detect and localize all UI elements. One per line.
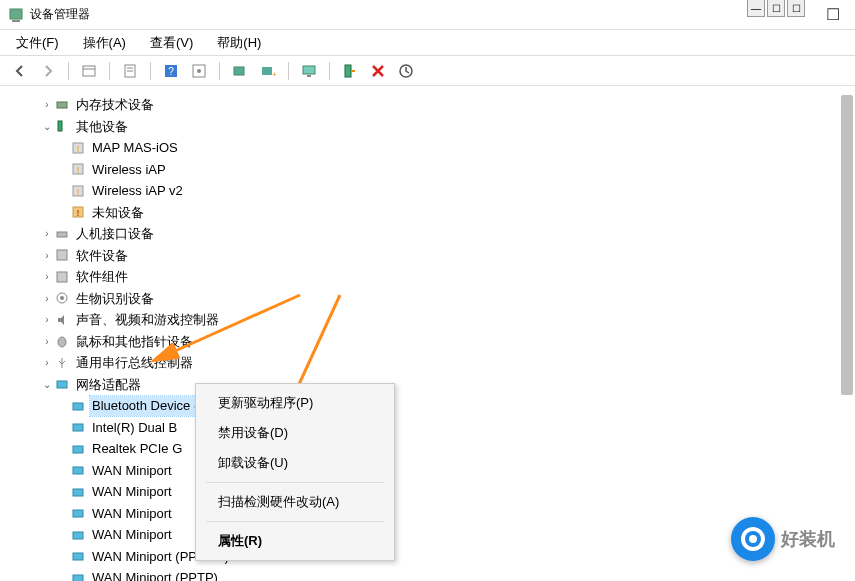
ext-icon-3[interactable]: ☐	[787, 0, 805, 17]
unknown-icon: !	[70, 140, 86, 156]
scan-button[interactable]	[228, 59, 252, 83]
sound-icon	[54, 312, 70, 328]
tree-node-mouse[interactable]: ›鼠标和其他指针设备	[10, 331, 845, 353]
chevron-right-icon[interactable]: ›	[40, 269, 54, 284]
tree-node-wan1[interactable]: WAN Miniport	[10, 460, 845, 482]
scrollbar[interactable]	[841, 95, 853, 395]
back-button[interactable]	[8, 59, 32, 83]
forward-button[interactable]	[36, 59, 60, 83]
svg-text:+: +	[272, 70, 276, 79]
menu-action[interactable]: 操作(A)	[77, 32, 132, 54]
tree-node-wan2[interactable]: WAN Miniport	[10, 481, 845, 503]
software-icon	[54, 247, 70, 263]
adapter-icon	[70, 570, 86, 581]
add-button[interactable]: +	[256, 59, 280, 83]
svg-rect-36	[73, 424, 83, 431]
tree-node-bluetooth-pan[interactable]: Bluetooth Device (Personal Area Network)	[10, 395, 845, 417]
watermark: 好装机	[731, 517, 835, 561]
tree-node-wan-pptp[interactable]: WAN Miniport (PPTP)	[10, 567, 845, 581]
svg-rect-37	[73, 446, 83, 453]
svg-point-10	[197, 69, 201, 73]
tree-node-sound[interactable]: ›声音、视频和游戏控制器	[10, 309, 845, 331]
ctx-properties[interactable]: 属性(R)	[198, 526, 392, 556]
tree-node-biometric[interactable]: ›生物识别设备	[10, 288, 845, 310]
tree-node-usb[interactable]: ›通用串行总线控制器	[10, 352, 845, 374]
chevron-right-icon[interactable]: ›	[40, 248, 54, 263]
menu-file[interactable]: 文件(F)	[10, 32, 65, 54]
chevron-right-icon[interactable]: ›	[40, 355, 54, 370]
tree-node-wireless-iap-v2[interactable]: !Wireless iAP v2	[10, 180, 845, 202]
tree-node-software[interactable]: ›软件设备	[10, 245, 845, 267]
svg-text:!: !	[77, 144, 80, 154]
adapter-icon	[70, 419, 86, 435]
adapter-icon	[70, 505, 86, 521]
menu-view[interactable]: 查看(V)	[144, 32, 199, 54]
chevron-right-icon[interactable]: ›	[40, 226, 54, 241]
ctx-uninstall-device[interactable]: 卸载设备(U)	[198, 448, 392, 478]
tree-node-wan3[interactable]: WAN Miniport	[10, 503, 845, 525]
chevron-right-icon[interactable]: ›	[40, 97, 54, 112]
svg-rect-42	[73, 553, 83, 560]
tree-node-unknown-device[interactable]: !未知设备	[10, 202, 845, 224]
svg-rect-14	[303, 66, 315, 74]
update-button[interactable]	[394, 59, 418, 83]
svg-rect-19	[58, 121, 62, 131]
adapter-icon	[70, 441, 86, 457]
enable-button[interactable]	[338, 59, 362, 83]
svg-rect-0	[10, 9, 22, 19]
ctx-disable-device[interactable]: 禁用设备(D)	[198, 418, 392, 448]
svg-rect-12	[262, 67, 272, 75]
network-icon	[54, 376, 70, 392]
svg-rect-43	[73, 575, 83, 581]
device-tree: ›内存技术设备 ⌄其他设备 !MAP MAS-iOS !Wireless iAP…	[0, 86, 855, 581]
svg-rect-11	[234, 67, 244, 75]
tree-node-hid[interactable]: ›人机接口设备	[10, 223, 845, 245]
svg-text:?: ?	[168, 66, 174, 77]
mouse-icon	[54, 333, 70, 349]
context-menu: 更新驱动程序(P) 禁用设备(D) 卸载设备(U) 扫描检测硬件改动(A) 属性…	[195, 383, 395, 561]
titlebar: 设备管理器 — ☐ ☐ — ☐	[0, 0, 855, 30]
tree-node-map-mas[interactable]: !MAP MAS-iOS	[10, 137, 845, 159]
external-controls: — ☐ ☐	[747, 0, 805, 17]
adapter-icon	[70, 527, 86, 543]
ext-icon-1[interactable]: —	[747, 0, 765, 17]
tree-node-intel[interactable]: Intel(R) Dual B	[10, 417, 845, 439]
show-hide-button[interactable]	[77, 59, 101, 83]
chevron-right-icon[interactable]: ›	[40, 312, 54, 327]
memory-icon	[54, 97, 70, 113]
other-icon	[54, 118, 70, 134]
ctx-scan-hardware[interactable]: 扫描检测硬件改动(A)	[198, 487, 392, 517]
svg-rect-2	[83, 66, 95, 76]
chevron-right-icon[interactable]: ›	[40, 334, 54, 349]
tree-node-software-components[interactable]: ›软件组件	[10, 266, 845, 288]
svg-text:!: !	[77, 165, 80, 175]
hid-icon	[54, 226, 70, 242]
svg-rect-1	[12, 20, 20, 22]
svg-rect-29	[57, 250, 67, 260]
maximize-button[interactable]: ☐	[819, 5, 847, 25]
chevron-down-icon[interactable]: ⌄	[40, 119, 54, 134]
adapter-icon	[70, 398, 86, 414]
svg-rect-18	[57, 102, 67, 108]
chevron-down-icon[interactable]: ⌄	[40, 377, 54, 392]
tree-node-wan4[interactable]: WAN Miniport	[10, 524, 845, 546]
tree-node-memory[interactable]: ›内存技术设备	[10, 94, 845, 116]
tree-node-wireless-iap[interactable]: !Wireless iAP	[10, 159, 845, 181]
tree-node-other-devices[interactable]: ⌄其他设备	[10, 116, 845, 138]
svg-rect-16	[345, 65, 351, 77]
svg-rect-40	[73, 510, 83, 517]
menu-help[interactable]: 帮助(H)	[211, 32, 267, 54]
ext-icon-2[interactable]: ☐	[767, 0, 785, 17]
tree-node-network-adapters[interactable]: ⌄网络适配器	[10, 374, 845, 396]
chevron-right-icon[interactable]: ›	[40, 291, 54, 306]
tree-node-wan-pppoe[interactable]: WAN Miniport (PPPOE)	[10, 546, 845, 568]
properties-button[interactable]	[118, 59, 142, 83]
help-button[interactable]: ?	[159, 59, 183, 83]
uninstall-button[interactable]	[366, 59, 390, 83]
monitor-button[interactable]	[297, 59, 321, 83]
ctx-update-driver[interactable]: 更新驱动程序(P)	[198, 388, 392, 418]
svg-rect-38	[73, 467, 83, 474]
tree-node-realtek[interactable]: Realtek PCIe G	[10, 438, 845, 460]
action-button[interactable]	[187, 59, 211, 83]
adapter-icon	[70, 548, 86, 564]
